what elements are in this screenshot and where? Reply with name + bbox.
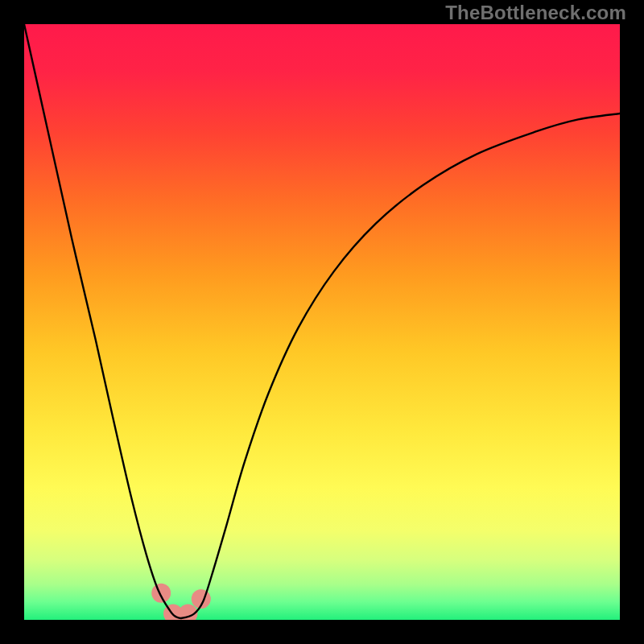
plot-area: [24, 24, 620, 620]
bottleneck-curve: [24, 24, 620, 618]
chart-frame: TheBottleneck.com: [0, 0, 644, 644]
marker-dot: [151, 584, 171, 603]
curve-layer: [24, 24, 620, 620]
watermark: TheBottleneck.com: [445, 2, 626, 24]
marker-dots-group: [151, 584, 211, 620]
